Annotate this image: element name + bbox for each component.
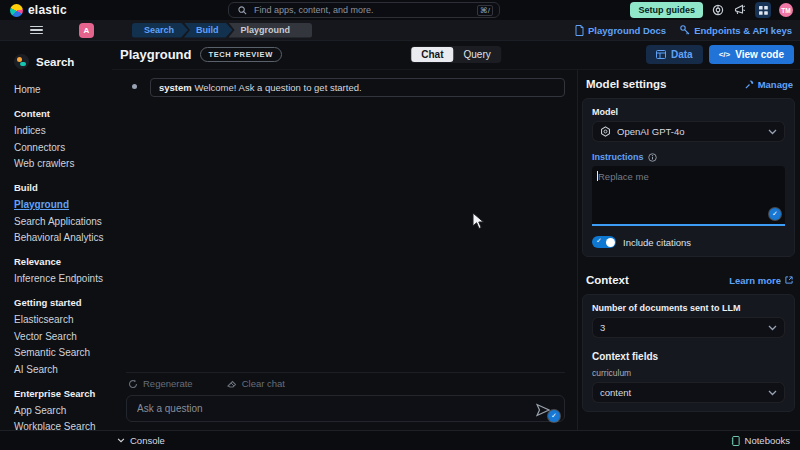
elastic-playground-app: elastic ⌘/ Setup guides TM A: [0, 0, 800, 450]
context-title: Context: [586, 274, 629, 286]
sidebar-heading-relevance: Relevance: [14, 256, 106, 267]
click-indicator: ✓: [769, 208, 781, 220]
system-message-row: system Welcome! Ask a question to get st…: [126, 78, 565, 97]
context-header: Context Learn more: [586, 274, 793, 286]
notebook-icon: [731, 436, 740, 446]
search-shortcut-hint: ⌘/: [477, 5, 493, 16]
context-panel: Number of documents sent to LLM 3 Contex…: [582, 294, 795, 412]
system-message: system Welcome! Ask a question to get st…: [150, 78, 565, 97]
sidebar-item-connectors[interactable]: Connectors: [14, 142, 106, 154]
sidebar-heading-enterprise-search: Enterprise Search: [14, 388, 106, 399]
announcements-icon[interactable]: [733, 3, 747, 17]
model-settings-header: Model settings Manage: [586, 78, 793, 90]
sidebar-item-elasticsearch[interactable]: Elasticsearch: [14, 314, 106, 326]
sidebar-heading-content: Content: [14, 108, 106, 119]
sidebar-item-vector-search[interactable]: Vector Search: [14, 331, 106, 343]
top-header-bar: elastic ⌘/ Setup guides TM: [0, 0, 800, 20]
tab-chat[interactable]: Chat: [411, 47, 453, 62]
manage-link[interactable]: Manage: [745, 79, 793, 90]
context-field-name: curriculum: [592, 368, 785, 378]
space-badge[interactable]: A: [79, 23, 94, 38]
sidebar-item-indices[interactable]: Indices: [14, 125, 106, 137]
tech-preview-badge: TECH PREVIEW: [200, 47, 282, 62]
include-citations-toggle[interactable]: ✓: [592, 236, 616, 248]
include-citations-label: Include citations: [623, 237, 691, 248]
model-settings-panel: Model OpenAI GPT-4o Instructions ✓: [582, 98, 795, 257]
main-content: Playground TECH PREVIEW Chat Query Data …: [112, 41, 800, 430]
sidebar-item-home[interactable]: Home: [14, 84, 106, 96]
tab-query[interactable]: Query: [454, 47, 501, 62]
model-select-value: OpenAI GPT-4o: [617, 126, 762, 137]
wrench-icon: [745, 80, 754, 89]
sidebar-item-inference-endpoints[interactable]: Inference Endpoints: [14, 273, 106, 285]
breadcrumb-build[interactable]: Build: [184, 23, 233, 38]
context-field-select[interactable]: content: [592, 382, 785, 403]
key-icon: [680, 25, 690, 35]
regenerate-button[interactable]: Regenerate: [128, 378, 193, 389]
enterprise-search-icon: [14, 54, 29, 69]
elastic-brand[interactable]: elastic: [10, 3, 67, 17]
page-title: Playground: [120, 47, 192, 62]
apps-menu-icon[interactable]: [755, 2, 771, 18]
message-role: system: [159, 82, 192, 93]
context-fields-heading: Context fields: [592, 351, 785, 362]
model-label: Model: [592, 107, 785, 117]
settings-column: Model settings Manage Model OpenAI GPT-4…: [582, 70, 795, 430]
sidebar-item-semantic-search[interactable]: Semantic Search: [14, 347, 106, 359]
notebooks-button[interactable]: Notebooks: [731, 435, 790, 446]
model-settings-title: Model settings: [586, 78, 667, 90]
playground-docs-link[interactable]: Playground Docs: [575, 25, 666, 36]
sidebar-item-behavioral-analytics[interactable]: Behavioral Analytics: [14, 232, 106, 244]
data-table-icon: [656, 50, 666, 59]
include-citations-row: ✓ Include citations: [592, 236, 785, 248]
user-avatar[interactable]: TM: [779, 3, 793, 17]
console-toggle[interactable]: Console: [117, 435, 165, 446]
clear-chat-button[interactable]: Clear chat: [227, 378, 285, 389]
search-icon: [235, 3, 249, 17]
endpoints-api-keys-link[interactable]: Endpoints & API keys: [680, 25, 792, 36]
data-button[interactable]: Data: [646, 45, 703, 64]
chat-input-area: Regenerate Clear chat ✓: [126, 372, 565, 422]
setup-guides-button[interactable]: Setup guides: [630, 2, 703, 18]
chat-panel: system Welcome! Ask a question to get st…: [112, 70, 578, 430]
instructions-textarea[interactable]: [592, 166, 785, 224]
openai-icon: [600, 126, 611, 137]
view-code-button[interactable]: </> View code: [709, 45, 794, 64]
menu-toggle-icon[interactable]: [30, 26, 43, 35]
sidebar-item-search-applications[interactable]: Search Applications: [14, 216, 106, 228]
sidebar-item-playground[interactable]: Playground: [14, 199, 106, 211]
model-select[interactable]: OpenAI GPT-4o: [592, 121, 785, 142]
chevron-down-icon: [768, 390, 777, 396]
code-icon: </>: [719, 50, 731, 59]
brand-name: elastic: [28, 3, 67, 17]
help-icon[interactable]: [711, 3, 725, 17]
instructions-field: ✓: [592, 166, 785, 226]
instructions-label-row: Instructions: [592, 152, 785, 162]
external-link-icon: [785, 276, 793, 284]
breadcrumb-bar: A Search Build Playground Playground Doc…: [0, 20, 800, 41]
info-icon: [648, 153, 657, 162]
global-search-input[interactable]: [254, 5, 472, 15]
sidebar: Search Home Content Indices Connectors W…: [0, 41, 112, 430]
breadcrumb-search[interactable]: Search: [132, 23, 188, 38]
text-caret: [597, 171, 598, 181]
sidebar-item-app-search[interactable]: App Search: [14, 405, 106, 417]
question-input[interactable]: [137, 403, 530, 414]
learn-more-link[interactable]: Learn more: [729, 275, 793, 286]
document-icon: [575, 25, 584, 36]
sidebar-item-ai-search[interactable]: AI Search: [14, 364, 106, 376]
sidebar-title: Search: [14, 54, 106, 69]
global-search[interactable]: ⌘/: [228, 2, 500, 18]
documents-select[interactable]: 3: [592, 317, 785, 338]
question-input-box: ✓: [126, 395, 565, 422]
topbar-actions: Setup guides TM: [630, 0, 793, 20]
breadcrumb: Search Build Playground: [132, 23, 312, 38]
navbar-links: Playground Docs Endpoints & API keys: [575, 25, 792, 36]
chat-toolbar: Regenerate Clear chat: [126, 372, 565, 395]
click-indicator: ✓: [548, 410, 560, 422]
sidebar-heading-getting-started: Getting started: [14, 297, 106, 308]
sidebar-item-workplace-search[interactable]: Workplace Search: [14, 421, 106, 430]
sidebar-item-web-crawlers[interactable]: Web crawlers: [14, 158, 106, 170]
console-bar: Console Notebooks: [0, 430, 800, 450]
documents-label: Number of documents sent to LLM: [592, 303, 785, 313]
